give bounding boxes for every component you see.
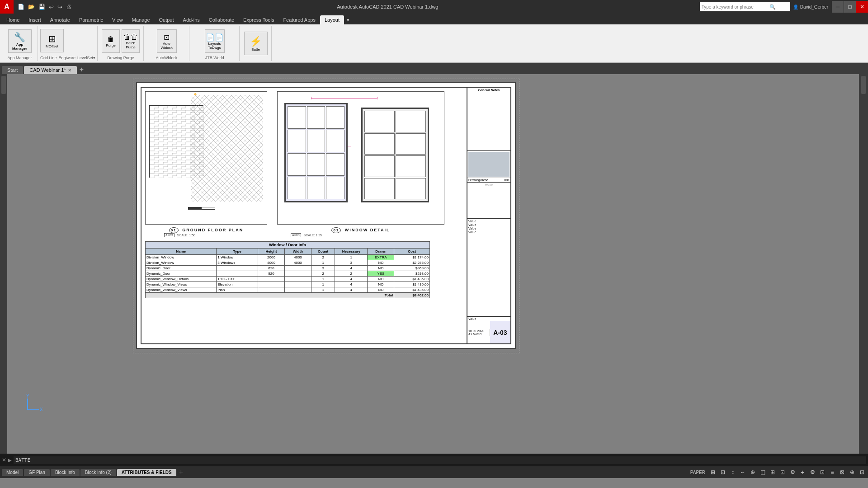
layouts-todwgs-button[interactable]: 📄📄 Layouts ToDwgs [205,29,225,53]
moffset-button[interactable]: ⊞ MOffset [40,29,64,52]
levelset-label: LevelSet▾ [77,56,95,60]
doc-tab-cad-webinar[interactable]: CAD Webinar 1* ✕ [24,66,77,74]
ucs-icon: X Y [25,394,43,413]
tab-parametric[interactable]: Parametric [75,15,108,24]
workspace: X Y [0,74,868,454]
window-detail-label: 01 WINDOW DETAIL [277,228,444,232]
tab-express-tools[interactable]: Express Tools [239,15,278,24]
table-row: Division_Window 3 Windows 4000 4000 1 3 … [146,260,430,266]
left-panel-handle[interactable] [1,76,6,94]
status-icon-5[interactable]: ⊕ [749,468,757,476]
left-side-panel [0,74,7,454]
batch-purge-button[interactable]: 🗑🗑 Batch Purge [122,29,140,53]
drawing-sheet: ⊕ 01 GROUND FLOOR PLAN A=03 SCALE: 1:50 [136,82,516,349]
status-icon-16[interactable]: ⊡ [858,468,866,476]
status-icon-1[interactable]: ⊞ [709,468,717,476]
tab-insert[interactable]: Insert [24,15,46,24]
tab-featured-apps[interactable]: Featured Apps [278,15,320,24]
search-input[interactable] [702,5,769,9]
search-icon: 🔍 [769,4,776,10]
ribbon-group-label-jtb: JTB World [193,56,236,60]
tab-collaborate[interactable]: Collaborate [204,15,239,24]
ribbon-group-app-manager: 🔧 App Manager App Manager [2,26,38,61]
close-button[interactable]: ✕ [856,1,868,13]
auto-wblock-button[interactable]: ⊡ Auto Wblock [157,29,177,53]
right-panel-handle[interactable] [861,76,866,94]
status-icon-14[interactable]: ⊠ [838,468,846,476]
restore-button[interactable]: □ [844,1,856,13]
status-tab-block-info-2[interactable]: Block Info (2) [80,469,116,476]
doc-tab-start[interactable]: Start [2,66,23,74]
schedule-table: Window / Door Info Name Type Height Widt… [145,241,430,298]
status-icon-6[interactable]: ◫ [759,468,767,476]
new-tab-button[interactable]: + [78,65,85,74]
qat-plot[interactable]: 🖨 [65,3,73,10]
username: David_Gerber [800,5,828,9]
tab-home[interactable]: Home [2,15,24,24]
batte-button[interactable]: ⚡ Batte [244,32,268,55]
search-bar: 🔍 [700,2,790,11]
ribbon-group-tools: ⊞ MOffset Grid Line Engiware LevelSet▾ [38,26,98,61]
status-icon-13[interactable]: ≡ [828,468,836,476]
tab-layout[interactable]: Layout [320,15,344,24]
table-row: Dynamic_Door 920 2 2 YES $298.00 [146,271,430,277]
drawing-canvas[interactable]: X Y [7,74,859,454]
status-tab-attributes[interactable]: ATTRIBUTES & FIELDS [117,469,176,476]
col-necessary: Necessary [335,249,368,255]
qat-open[interactable]: 📂 [27,3,36,10]
qat-new[interactable]: 📄 [16,3,26,10]
quick-access-toolbar: 📄 📂 💾 ↩ ↪ 🖨 [14,3,75,11]
tab-output[interactable]: Output [155,15,179,24]
table-total-row: Total $8,402.00 [146,293,430,298]
minimize-button[interactable]: ─ [832,1,844,13]
qat-redo[interactable]: ↪ [56,3,64,11]
app-manager-button[interactable]: 🔧 App Manager [8,29,32,53]
engiware-label: Engiware [59,56,76,60]
ribbon-group-label-purge: Drawing Purge [102,56,140,60]
floor-plan-label: 01 GROUND FLOOR PLAN [145,228,267,232]
svg-text:X: X [40,407,43,412]
col-height: Height [258,249,284,255]
qat-undo[interactable]: ↩ [47,3,55,11]
status-icon-9[interactable]: ⚙ [788,468,797,476]
tab-more[interactable]: ▾ [344,15,352,24]
svg-text:Y: Y [26,394,29,399]
status-tab-gf-plan[interactable]: GF Plan [24,469,50,476]
command-line-area: ✕ ▶ [0,454,868,466]
doc-tab-close[interactable]: ✕ [68,68,71,73]
purge-button[interactable]: 🗑 Purge [102,29,120,53]
ribbon-group-label-app-manager: App Manager [7,56,32,60]
user-info: 👤 David_Gerber [793,5,828,9]
tab-view[interactable]: View [108,15,127,24]
schedule-section: Window / Door Info Name Type Height Widt… [145,241,430,298]
status-tab-model[interactable]: Model [2,469,23,476]
document-tabs-bar: Start CAD Webinar 1* ✕ + [0,63,868,74]
ribbon-group-label-autowblock: AutoWblock [147,56,186,60]
cmd-close-icon[interactable]: ✕ [2,457,6,463]
paper-label: PAPER [690,470,705,475]
table-row: Division_Window 1 Window 2000 4000 2 1 E… [146,255,430,260]
user-icon: 👤 [793,5,798,9]
right-side-panel [859,74,868,454]
tab-annotate[interactable]: Annotate [46,15,75,24]
status-icon-7[interactable]: ⊞ [769,468,777,476]
status-icon-11[interactable]: ⚙ [808,468,816,476]
tab-add-ins[interactable]: Add-ins [179,15,204,24]
window-controls: ─ □ ✕ [832,1,868,13]
status-icon-12[interactable]: ⊡ [818,468,826,476]
status-tab-block-info[interactable]: Block Info [51,469,80,476]
app-menu-button[interactable]: A [0,0,14,14]
ribbon-content: 🔧 App Manager App Manager ⊞ MOffset Grid… [0,24,868,63]
status-icon-8[interactable]: ⊡ [778,468,787,476]
status-icon-15[interactable]: ⊕ [848,468,856,476]
tab-manage[interactable]: Manage [127,15,155,24]
col-width: Width [284,249,311,255]
status-icon-10[interactable]: + [798,468,807,476]
status-tab-add[interactable]: + [177,468,185,476]
command-input[interactable] [14,456,866,464]
status-icon-3[interactable]: ↕ [729,468,737,476]
ribbon-group-autowblock: ⊡ Auto Wblock AutoWblock [144,26,189,61]
status-icon-4[interactable]: ↔ [739,468,747,476]
status-icon-2[interactable]: ⊡ [719,468,727,476]
qat-save[interactable]: 💾 [37,3,47,10]
